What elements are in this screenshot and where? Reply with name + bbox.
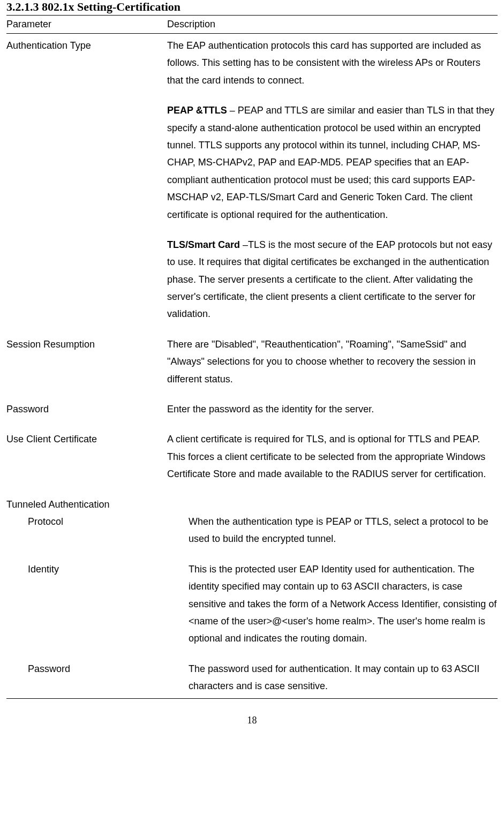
auth-intro-text: The EAP authentication protocols this ca… (167, 37, 498, 89)
row-tunneled-authentication: Tunneled Authentication (6, 496, 498, 513)
param-label: Tunneled Authentication (6, 496, 167, 513)
table-header-row: Parameter Description (6, 16, 498, 34)
header-description: Description (167, 19, 498, 30)
table-content: Authentication Type The EAP authenticati… (6, 34, 498, 699)
row-password: Password Enter the password as the ident… (6, 401, 498, 418)
page-number: 18 (6, 699, 498, 737)
param-label: Password (6, 660, 189, 695)
peap-text: – PEAP and TTLS are similar and easier t… (167, 105, 494, 220)
row-authentication-type: Authentication Type The EAP authenticati… (6, 37, 498, 323)
param-label: Use Client Certificate (6, 431, 167, 482)
row-use-client-certificate: Use Client Certificate A client certific… (6, 431, 498, 482)
auth-tls-block: TLS/Smart Card –TLS is the most secure o… (167, 236, 498, 323)
section-heading: 3.2.1.3 802.1x Setting-Certification (6, 0, 498, 16)
param-description: Enter the password as the identity for t… (167, 401, 498, 418)
param-description: When the authentication type is PEAP or … (189, 513, 498, 548)
row-tunneled-protocol: Protocol When the authentication type is… (6, 513, 498, 548)
row-tunneled-password: Password The password used for authentic… (6, 660, 498, 695)
header-parameter: Parameter (6, 19, 167, 30)
param-description: This is the protected user EAP Identity … (189, 561, 498, 647)
tls-label: TLS/Smart Card (167, 239, 240, 250)
param-label: Password (6, 401, 167, 418)
param-description: The password used for authentication. It… (189, 660, 498, 695)
row-tunneled-identity: Identity This is the protected user EAP … (6, 561, 498, 647)
param-label: Authentication Type (6, 37, 167, 323)
param-label: Identity (6, 561, 189, 647)
param-description: A client certificate is required for TLS… (167, 431, 498, 482)
param-description: There are "Disabled", "Reauthentication"… (167, 336, 498, 388)
row-session-resumption: Session Resumption There are "Disabled",… (6, 336, 498, 388)
peap-label: PEAP &TTLS (167, 105, 227, 116)
param-description (167, 496, 498, 513)
tls-text: –TLS is the most secure of the EAP proto… (167, 239, 492, 320)
param-description: The EAP authentication protocols this ca… (167, 37, 498, 323)
param-label: Session Resumption (6, 336, 167, 388)
param-label: Protocol (6, 513, 189, 548)
auth-peap-block: PEAP &TTLS – PEAP and TTLS are similar a… (167, 102, 498, 223)
